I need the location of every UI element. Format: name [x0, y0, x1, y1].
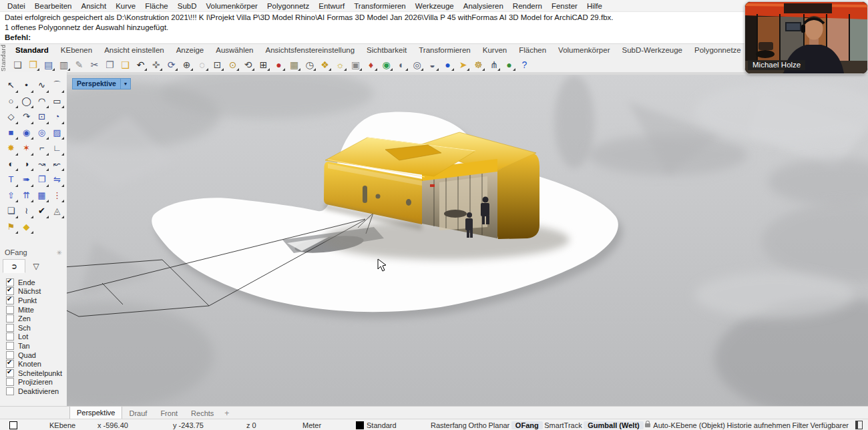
array-grid-icon[interactable]: ▦	[34, 188, 49, 204]
checkbox[interactable]	[6, 287, 14, 295]
osnap-tab-snaps[interactable]: ➲	[3, 259, 25, 273]
explode-icon[interactable]: ✸	[3, 140, 19, 156]
rectangle-icon[interactable]: ▭	[49, 93, 65, 110]
primitives-icon[interactable]: ◬	[49, 203, 65, 219]
osnap-option-row[interactable]: Zen	[6, 314, 67, 323]
cplane-icon[interactable]: ◆	[19, 219, 34, 235]
viewport-tab[interactable]: Front	[154, 407, 184, 419]
adjust-curve-icon[interactable]: ↝	[34, 156, 49, 172]
toolbar-tab[interactable]: Ansicht einstellen	[98, 46, 170, 54]
layer-color-swatch[interactable]	[9, 421, 17, 429]
menu-item[interactable]: Polygonnetz	[262, 2, 314, 10]
fillet-icon[interactable]: ⌐	[34, 140, 49, 156]
zoom-selected-icon[interactable]: ⊙	[226, 57, 240, 71]
sphere-icon[interactable]: ◉	[19, 125, 34, 141]
menu-item[interactable]: Fenster	[547, 2, 582, 10]
ellipse-icon[interactable]: ◯	[19, 93, 34, 110]
checkbox[interactable]	[6, 351, 14, 359]
menu-item[interactable]: SubD	[173, 2, 202, 10]
paste-icon[interactable]: ❑	[118, 57, 132, 71]
filter-toggle[interactable]: Filter	[792, 421, 808, 429]
menu-item[interactable]: Volumenkörper	[202, 2, 262, 10]
new-document-icon[interactable]: ❏	[11, 57, 25, 71]
lamp-icon[interactable]: ☼	[333, 57, 347, 71]
link-wire-icon[interactable]: ⋔	[487, 57, 501, 71]
print-icon[interactable]: ▥	[57, 57, 71, 71]
handle-curve-icon[interactable]: ↜	[49, 156, 65, 172]
flag-icon[interactable]: ⚑	[3, 219, 19, 235]
menu-item[interactable]: Analysieren	[459, 2, 508, 10]
car-icon[interactable]: ●	[272, 57, 286, 71]
smarttrack-toggle[interactable]: SmartTrack	[544, 421, 582, 429]
osnap-toggle[interactable]: OFang	[511, 421, 543, 429]
viewport-tab[interactable]: Perspektive	[69, 407, 122, 419]
arc-icon[interactable]: ◠	[34, 93, 49, 110]
paint-arrow-icon[interactable]: ➤	[456, 57, 470, 71]
toolbar-tab[interactable]: Transformieren	[413, 46, 477, 54]
viewport-title-label[interactable]: Perspektive	[72, 78, 121, 89]
checkbox[interactable]	[6, 314, 14, 322]
rasterfang-toggle[interactable]: Rasterfang	[431, 421, 467, 429]
xray-sphere-icon[interactable]: ◎	[410, 57, 424, 71]
toolbar-tab[interactable]: Polygonnetze	[688, 46, 747, 54]
select-arrow-icon[interactable]: ↖	[3, 77, 19, 93]
surface-from-points-icon[interactable]: ⊡	[34, 109, 49, 125]
map-plan-icon[interactable]: ▦	[287, 57, 301, 71]
gumball-toggle[interactable]: Gumball (Welt)	[584, 421, 643, 429]
curved-surface-icon[interactable]: ◔	[49, 109, 65, 125]
chevron-down-icon[interactable]: ▼	[121, 78, 131, 89]
osnap-option-row[interactable]: Ende	[6, 278, 67, 287]
chamfer-icon[interactable]: ∟	[49, 140, 65, 156]
menu-item[interactable]: Datei	[3, 2, 30, 10]
offset-icon[interactable]: ❏	[3, 203, 19, 219]
move-icon[interactable]: ➠	[19, 172, 34, 188]
selection-filter-icon[interactable]: ❖	[318, 57, 332, 71]
checkbox[interactable]	[6, 306, 14, 314]
menu-item[interactable]: Rendern	[508, 2, 547, 10]
osnap-option-row[interactable]: Quad	[6, 351, 67, 360]
checkbox[interactable]	[6, 378, 14, 386]
auto-cplane-toggle[interactable]: Auto-KEbene (Objekt)	[645, 421, 725, 429]
units-button[interactable]: Meter	[302, 421, 347, 429]
options-gears-icon[interactable]: ☸	[471, 57, 485, 71]
current-layer-swatch[interactable]	[356, 421, 364, 429]
open-file-icon[interactable]: ❒	[26, 57, 40, 71]
osnap-option-row[interactable]: Sch	[6, 323, 67, 333]
toolbar-tab[interactable]: Ansichtsfenstereinstellung	[260, 46, 361, 54]
panel-toggle-icon[interactable]	[855, 421, 863, 429]
surface-patch-icon[interactable]: ▨	[49, 125, 65, 141]
copy-objects-icon[interactable]: ❐	[34, 172, 49, 188]
curve-icon[interactable]: ⌒	[49, 77, 65, 93]
toolbar-tab[interactable]: KEbenen	[55, 46, 98, 54]
boolean-difference-icon[interactable]: ◑	[19, 156, 34, 172]
rendered-sphere-icon[interactable]: ●	[441, 57, 455, 71]
viewport-layout-icon[interactable]: ⊞	[256, 57, 270, 71]
earth-icon[interactable]: ●	[502, 57, 516, 71]
viewport-tab[interactable]: Drauf	[122, 407, 154, 419]
command-history[interactable]: Datei erfolgreich gespeichert als D:\Kon…	[0, 12, 868, 44]
zoom-dynamic-icon[interactable]: ◌	[195, 57, 209, 71]
zoom-window-icon[interactable]: ⊡	[210, 57, 224, 71]
toolbar-tab[interactable]: Flächen	[513, 46, 552, 54]
display-mode-icon[interactable]: ♦	[364, 57, 378, 71]
menu-item[interactable]: Kurve	[111, 2, 140, 10]
toolbar-tab[interactable]: Volumenkörper	[552, 46, 616, 54]
polygon-icon[interactable]: ◇	[3, 109, 19, 125]
control-point-curve-icon[interactable]: ∿	[34, 77, 49, 93]
extrude-icon[interactable]: ⇧	[3, 188, 19, 204]
viewport-3d-canvas[interactable]: Perspektive ▼	[67, 75, 868, 406]
osnap-tab-filter[interactable]: ▽	[25, 259, 47, 273]
osnap-option-row[interactable]: Mitte	[6, 305, 67, 314]
add-viewport-icon[interactable]: +	[224, 407, 229, 419]
loft-icon[interactable]: ⇈	[19, 188, 34, 204]
checkbox[interactable]	[6, 342, 14, 350]
available-memory-label[interactable]: Verfügbarer	[811, 421, 849, 429]
osnap-option-row[interactable]: Knoten	[6, 359, 67, 369]
ghosted-sphere-icon[interactable]: ◒	[425, 57, 439, 71]
text-icon[interactable]: T	[3, 172, 19, 188]
toolbar-tab[interactable]: Sichtbarkeit	[361, 46, 413, 54]
viewport-tab[interactable]: Rechts	[184, 407, 220, 419]
curve-blend-icon[interactable]: ↷	[19, 109, 34, 125]
ortho-toggle[interactable]: Ortho	[468, 421, 487, 429]
osnap-option-row[interactable]: Lot	[6, 333, 67, 342]
